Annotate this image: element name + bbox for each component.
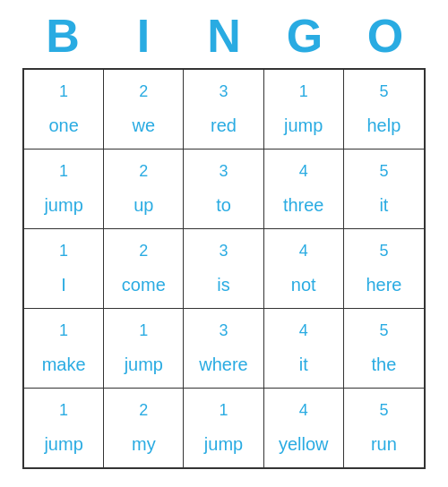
cell-number: 3 (220, 82, 228, 101)
cell-word: is (217, 275, 229, 295)
cell-number: 1 (59, 401, 68, 420)
cell-word: red (211, 115, 237, 136)
cell-word: up (134, 195, 153, 216)
bingo-cell-0-1: 2we (104, 70, 184, 149)
cell-number: 1 (59, 242, 68, 261)
cell-number: 5 (379, 321, 388, 340)
cell-word: jump (284, 115, 323, 136)
bingo-cell-3-0: 1make (24, 309, 104, 388)
header-letter-n: N (184, 9, 264, 63)
cell-number: 4 (299, 162, 308, 181)
cell-number: 4 (299, 401, 308, 420)
cell-word: jump (44, 434, 82, 455)
bingo-row-0: 1one2we3red1jump5help (24, 70, 424, 150)
cell-word: where (199, 355, 247, 375)
bingo-grid: 1one2we3red1jump5help1jump2up3to4three5i… (22, 68, 426, 469)
bingo-row-3: 1make1jump3where4it5the (24, 309, 424, 389)
bingo-cell-3-3: 4it (264, 309, 344, 388)
bingo-cell-4-0: 1jump (24, 389, 104, 467)
cell-word: one (48, 115, 78, 136)
cell-number: 4 (299, 321, 308, 340)
bingo-cell-1-3: 4three (264, 150, 344, 228)
cell-number: 2 (139, 82, 148, 101)
bingo-cell-4-1: 2my (104, 389, 184, 467)
bingo-cell-2-4: 5here (344, 229, 424, 308)
cell-number: 3 (220, 162, 228, 181)
cell-number: 2 (139, 242, 148, 261)
bingo-cell-0-3: 1jump (264, 70, 344, 149)
cell-word: I (61, 275, 66, 295)
header-letter-i: I (103, 9, 184, 63)
cell-word: jump (125, 355, 163, 375)
cell-number: 2 (139, 401, 148, 420)
header-letter-g: G (264, 9, 345, 63)
cell-word: not (291, 275, 316, 295)
bingo-cell-0-4: 5help (344, 70, 424, 149)
bingo-cell-3-4: 5the (344, 309, 424, 388)
cell-word: come (122, 275, 166, 295)
cell-number: 1 (59, 82, 68, 101)
bingo-row-1: 1jump2up3to4three5it (24, 150, 424, 229)
bingo-cell-1-1: 2up (104, 150, 184, 228)
cell-number: 4 (299, 242, 308, 261)
bingo-cell-2-3: 4not (264, 229, 344, 308)
cell-word: we (133, 115, 156, 136)
bingo-cell-3-2: 3where (184, 309, 263, 388)
bingo-cell-1-2: 3to (184, 150, 263, 228)
cell-word: run (371, 434, 397, 455)
cell-word: help (367, 115, 401, 136)
cell-number: 5 (379, 82, 388, 101)
cell-number: 3 (220, 321, 228, 340)
cell-number: 1 (220, 401, 228, 420)
cell-word: it (379, 195, 388, 216)
cell-number: 2 (139, 162, 148, 181)
cell-number: 1 (139, 321, 148, 340)
bingo-cell-2-2: 3is (184, 229, 263, 308)
cell-word: here (366, 275, 401, 295)
bingo-cell-1-4: 5it (344, 150, 424, 228)
cell-number: 3 (220, 242, 228, 261)
header-letter-o: O (345, 9, 426, 63)
bingo-cell-2-1: 2come (104, 229, 184, 308)
cell-number: 1 (299, 82, 308, 101)
cell-word: yellow (279, 434, 329, 455)
cell-word: my (132, 434, 156, 455)
cell-word: jump (204, 434, 243, 455)
bingo-row-4: 1jump2my1jump4yellow5run (24, 389, 424, 467)
bingo-cell-4-3: 4yellow (264, 389, 344, 467)
cell-number: 5 (379, 401, 388, 420)
bingo-header: BINGO (22, 9, 426, 63)
cell-word: make (42, 355, 86, 375)
bingo-cell-4-2: 1jump (184, 389, 263, 467)
cell-word: three (283, 195, 324, 216)
cell-number: 5 (379, 162, 388, 181)
cell-number: 5 (379, 242, 388, 261)
bingo-cell-4-4: 5run (344, 389, 424, 467)
cell-number: 1 (59, 321, 68, 340)
bingo-cell-3-1: 1jump (104, 309, 184, 388)
header-letter-b: B (22, 9, 103, 63)
bingo-row-2: 1I2come3is4not5here (24, 229, 424, 309)
cell-number: 1 (59, 162, 68, 181)
cell-word: it (299, 355, 308, 375)
cell-word: jump (44, 195, 82, 216)
bingo-cell-1-0: 1jump (24, 150, 104, 228)
bingo-cell-2-0: 1I (24, 229, 104, 308)
bingo-cell-0-0: 1one (24, 70, 104, 149)
cell-word: the (372, 355, 397, 375)
bingo-cell-0-2: 3red (184, 70, 263, 149)
cell-word: to (216, 195, 231, 216)
